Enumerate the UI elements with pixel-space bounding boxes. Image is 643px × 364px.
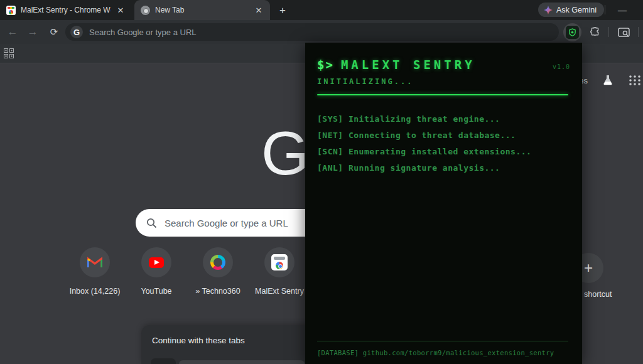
log-line: [SCN] Enumerating installed extensions..… <box>317 144 570 160</box>
shortcut-label: » Techno360 <box>195 287 240 296</box>
gemini-sparkle-icon <box>544 6 553 14</box>
minimize-button[interactable]: — <box>613 1 632 18</box>
malext-sentry-extension-button[interactable] <box>563 23 581 41</box>
shortcut-label: YouTube <box>141 287 171 296</box>
shortcut-label: Inbox (14,226) <box>70 287 121 296</box>
reload-button[interactable]: ⟳ <box>45 23 63 41</box>
tab-close-icon[interactable]: ✕ <box>116 5 126 15</box>
forward-button[interactable]: → <box>24 23 41 41</box>
ask-gemini-label: Ask Gemini <box>556 6 597 14</box>
progress-bar <box>317 94 568 95</box>
apps-grid-icon[interactable] <box>4 48 14 58</box>
tab-title: New Tab <box>155 6 249 14</box>
new-tab-button[interactable]: + <box>275 3 290 18</box>
tab-preview-chip[interactable] <box>179 360 305 364</box>
youtube-icon <box>149 257 164 268</box>
scan-log: [SYS] Initializing threat engine... [NET… <box>317 111 570 176</box>
tab-new-tab[interactable]: New Tab ✕ <box>134 0 270 20</box>
add-shortcut-label: shortcut <box>584 290 612 299</box>
popup-header: $> MALEXT SENTRY v1.0 <box>317 58 570 72</box>
google-badge-icon: G <box>70 26 83 38</box>
divider <box>608 27 609 37</box>
search-icon <box>146 218 157 228</box>
popup-footer: [DATABASE] github.com/toborrm9/malicious… <box>317 341 568 356</box>
divider <box>638 27 639 37</box>
log-line: [NET] Connecting to threat database... <box>317 127 570 144</box>
browser-window: MalExt Sentry - Chrome Web St ✕ New Tab … <box>0 0 643 364</box>
ask-gemini-button[interactable]: Ask Gemini <box>538 3 604 17</box>
log-line: [ANL] Running signature analysis... <box>317 160 570 176</box>
tab-close-icon[interactable]: ✕ <box>254 5 264 15</box>
chrome-web-store-favicon <box>6 6 16 15</box>
address-bar-input[interactable] <box>89 28 466 37</box>
search-labs-flask-icon[interactable] <box>602 74 614 87</box>
shortcut-label: MalExt Sentry <box>255 287 304 296</box>
shortcut-youtube[interactable]: YouTube <box>126 247 187 304</box>
tab-malext-sentry-store[interactable]: MalExt Sentry - Chrome Web St ✕ <box>0 0 132 20</box>
back-button[interactable]: ← <box>4 23 21 41</box>
log-line: [SYS] Initializing threat engine... <box>317 111 570 127</box>
shortcut-inbox[interactable]: Inbox (14,226) <box>64 247 126 304</box>
chrome-web-store-icon <box>271 254 288 270</box>
tab-preview-chip[interactable] <box>151 358 176 364</box>
side-search-icon[interactable] <box>615 24 632 41</box>
google-apps-grid-icon[interactable] <box>628 74 643 87</box>
shortcut-malext-sentry[interactable]: MalExt Sentry <box>249 247 310 304</box>
divider <box>605 5 605 14</box>
version-label: v1.0 <box>553 63 570 70</box>
popup-title: MALEXT SENTRY <box>341 58 475 72</box>
shortcuts-row: Inbox (14,226) YouTube » Techno360 MalEx… <box>64 247 310 304</box>
techno360-icon <box>210 255 225 270</box>
database-source-text: [DATABASE] github.com/toborrm9/malicious… <box>317 349 568 356</box>
shield-icon <box>566 26 579 39</box>
google-logo: G <box>261 118 307 189</box>
divider <box>317 341 568 341</box>
chrome-favicon <box>141 6 150 15</box>
status-text: INITIALIZING... <box>317 77 570 86</box>
gmail-icon <box>87 257 102 268</box>
tab-title: MalExt Sentry - Chrome Web St <box>21 6 111 14</box>
extensions-puzzle-icon[interactable] <box>586 24 603 41</box>
continue-tabs-title: Continue with these tabs <box>152 336 245 345</box>
terminal-prompt: $> <box>317 58 334 72</box>
shortcut-techno360[interactable]: » Techno360 <box>187 247 249 304</box>
malext-sentry-popup: $> MALEXT SENTRY v1.0 INITIALIZING... [S… <box>305 43 582 364</box>
address-bar[interactable]: G <box>65 23 559 41</box>
tab-strip: MalExt Sentry - Chrome Web St ✕ New Tab … <box>0 0 643 20</box>
